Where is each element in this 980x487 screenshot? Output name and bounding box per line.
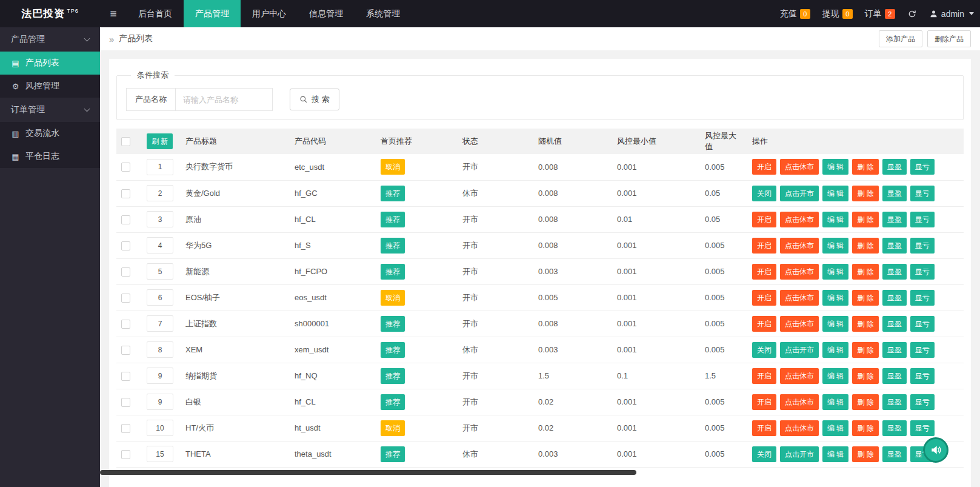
sidebar-group-product[interactable]: 产品管理	[0, 27, 100, 52]
market-toggle-button[interactable]: 点击休市	[780, 264, 819, 280]
edit-button[interactable]: 编 辑	[822, 264, 848, 280]
orders-link[interactable]: 订单 2	[859, 0, 901, 27]
sort-order-input[interactable]	[147, 289, 173, 306]
row-checkbox[interactable]	[121, 372, 130, 381]
sidebar-item-close-log[interactable]: ▦ 平仓日志	[0, 145, 100, 168]
row-checkbox[interactable]	[121, 163, 130, 172]
market-toggle-button[interactable]: 点击休市	[780, 394, 819, 410]
product-name-input[interactable]	[176, 88, 273, 111]
refresh-page-icon[interactable]	[901, 0, 923, 27]
show-profit-button[interactable]: 显盈	[882, 186, 907, 201]
open-close-button[interactable]: 关闭	[752, 186, 776, 201]
show-loss-button[interactable]: 显亏	[910, 159, 935, 175]
edit-button[interactable]: 编 辑	[822, 394, 848, 410]
recommend-toggle-button[interactable]: 推荐	[381, 342, 405, 358]
market-toggle-button[interactable]: 点击休市	[780, 420, 819, 436]
delete-button[interactable]: 删 除	[852, 368, 878, 384]
recommend-toggle-button[interactable]: 推荐	[381, 394, 405, 410]
show-profit-button[interactable]: 显盈	[882, 290, 907, 306]
delete-button[interactable]: 删 除	[852, 394, 878, 410]
nav-dashboard[interactable]: 后台首页	[127, 0, 184, 27]
recommend-toggle-button[interactable]: 推荐	[381, 212, 405, 227]
sidebar-group-orders[interactable]: 订单管理	[0, 98, 100, 122]
edit-button[interactable]: 编 辑	[822, 368, 848, 384]
row-checkbox[interactable]	[121, 346, 130, 355]
row-checkbox[interactable]	[121, 320, 130, 329]
row-checkbox[interactable]	[121, 450, 130, 459]
show-profit-button[interactable]: 显盈	[882, 212, 907, 227]
sort-order-input[interactable]	[147, 420, 173, 436]
show-loss-button[interactable]: 显亏	[910, 290, 935, 306]
open-close-button[interactable]: 关闭	[752, 342, 776, 358]
show-loss-button[interactable]: 显亏	[910, 368, 935, 384]
open-close-button[interactable]: 开启	[752, 212, 776, 227]
sidebar-item-product-list[interactable]: ▤ 产品列表	[0, 52, 100, 75]
market-toggle-button[interactable]: 点击休市	[780, 290, 819, 306]
edit-button[interactable]: 编 辑	[822, 342, 848, 358]
show-profit-button[interactable]: 显盈	[882, 264, 907, 280]
horizontal-scrollbar-thumb[interactable]	[100, 470, 636, 475]
admin-menu[interactable]: admin	[923, 0, 980, 27]
row-checkbox[interactable]	[121, 215, 130, 224]
open-close-button[interactable]: 开启	[752, 238, 776, 254]
delete-button[interactable]: 删 除	[852, 420, 878, 436]
show-profit-button[interactable]: 显盈	[882, 394, 907, 410]
recommend-toggle-button[interactable]: 推荐	[381, 238, 405, 254]
show-loss-button[interactable]: 显亏	[910, 420, 935, 436]
row-checkbox[interactable]	[121, 241, 130, 250]
show-loss-button[interactable]: 显亏	[910, 186, 935, 201]
market-toggle-button[interactable]: 点击休市	[780, 159, 819, 175]
sidebar-item-transactions[interactable]: ▥ 交易流水	[0, 122, 100, 145]
edit-button[interactable]: 编 辑	[822, 446, 848, 462]
nav-system-management[interactable]: 系统管理	[355, 0, 412, 27]
row-checkbox[interactable]	[121, 398, 130, 407]
nav-info-management[interactable]: 信息管理	[298, 0, 355, 27]
sound-fab-button[interactable]	[923, 437, 948, 463]
sort-order-input[interactable]	[147, 185, 173, 201]
row-checkbox[interactable]	[121, 189, 130, 198]
delete-button[interactable]: 删 除	[852, 342, 878, 358]
recharge-link[interactable]: 充值 0	[774, 0, 816, 27]
market-toggle-button[interactable]: 点击休市	[780, 212, 819, 227]
market-toggle-button[interactable]: 点击开市	[780, 342, 819, 358]
show-profit-button[interactable]: 显盈	[882, 159, 907, 175]
show-loss-button[interactable]: 显亏	[910, 342, 935, 358]
add-product-button[interactable]: 添加产品	[879, 30, 922, 47]
delete-button[interactable]: 删 除	[852, 159, 878, 175]
market-toggle-button[interactable]: 点击休市	[780, 238, 819, 254]
market-toggle-button[interactable]: 点击休市	[780, 368, 819, 384]
open-close-button[interactable]: 开启	[752, 264, 776, 280]
delete-button[interactable]: 删 除	[852, 238, 878, 254]
nav-user-center[interactable]: 用户中心	[241, 0, 298, 27]
withdraw-link[interactable]: 提现 0	[816, 0, 859, 27]
recommend-toggle-button[interactable]: 推荐	[381, 186, 405, 201]
show-loss-button[interactable]: 显亏	[910, 316, 935, 332]
open-close-button[interactable]: 开启	[752, 420, 776, 436]
select-all-checkbox[interactable]	[121, 137, 130, 146]
edit-button[interactable]: 编 辑	[822, 212, 848, 227]
sort-order-input[interactable]	[147, 159, 173, 175]
edit-button[interactable]: 编 辑	[822, 238, 848, 254]
delete-button[interactable]: 删 除	[852, 212, 878, 227]
sort-order-input[interactable]	[147, 394, 173, 410]
sort-order-input[interactable]	[147, 446, 173, 462]
search-button[interactable]: 搜 索	[290, 89, 339, 110]
open-close-button[interactable]: 开启	[752, 368, 776, 384]
market-toggle-button[interactable]: 点击休市	[780, 316, 819, 332]
show-profit-button[interactable]: 显盈	[882, 238, 907, 254]
show-loss-button[interactable]: 显亏	[910, 394, 935, 410]
sort-order-input[interactable]	[147, 263, 173, 280]
edit-button[interactable]: 编 辑	[822, 316, 848, 332]
show-loss-button[interactable]: 显亏	[910, 238, 935, 254]
recommend-toggle-button[interactable]: 取消	[381, 420, 405, 436]
delete-button[interactable]: 删 除	[852, 186, 878, 201]
recommend-toggle-button[interactable]: 推荐	[381, 446, 405, 462]
row-checkbox[interactable]	[121, 294, 130, 303]
sort-order-input[interactable]	[147, 211, 173, 227]
row-checkbox[interactable]	[121, 424, 130, 433]
delete-button[interactable]: 删 除	[852, 264, 878, 280]
show-loss-button[interactable]: 显亏	[910, 264, 935, 280]
show-profit-button[interactable]: 显盈	[882, 368, 907, 384]
refresh-table-button[interactable]: 刷 新	[147, 133, 173, 149]
recommend-toggle-button[interactable]: 推荐	[381, 316, 405, 332]
